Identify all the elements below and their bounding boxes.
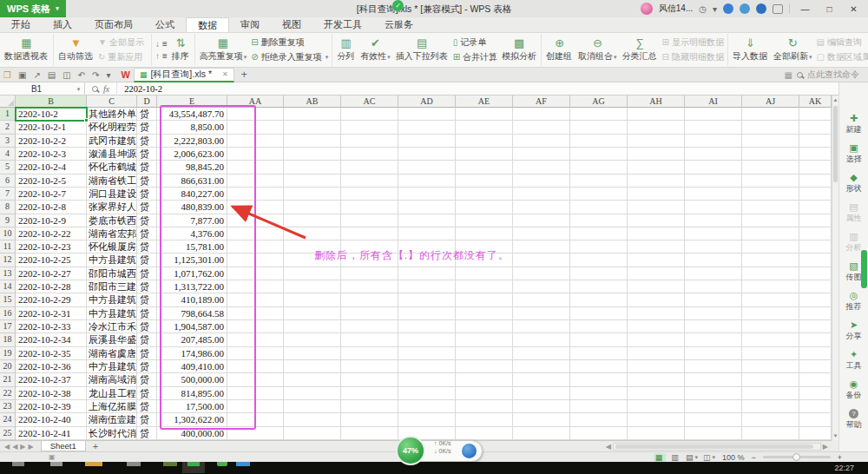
cell-empty[interactable] <box>456 148 513 161</box>
cell-empty[interactable] <box>513 413 570 426</box>
cell-empty[interactable] <box>284 108 341 121</box>
taskbar-app-icon[interactable] <box>217 462 227 466</box>
cell-empty[interactable] <box>570 161 628 174</box>
cell-empty[interactable] <box>628 400 685 413</box>
cell-empty[interactable] <box>685 201 742 214</box>
quick-access-icon[interactable]: ◫ <box>62 70 70 80</box>
cell-empty[interactable] <box>284 373 341 386</box>
cell-empty[interactable] <box>398 280 456 293</box>
zoom-in-button[interactable]: + <box>838 453 842 462</box>
row-header[interactable]: 9 <box>0 214 16 227</box>
cell-empty[interactable] <box>398 201 456 214</box>
cell-b[interactable]: 2202-10-2-33 <box>16 320 87 333</box>
cell-empty[interactable] <box>570 427 628 440</box>
cell-empty[interactable] <box>685 121 742 134</box>
cell-d[interactable]: 贷 <box>137 267 157 280</box>
ribbon-button[interactable]: ↻全部刷新▾ <box>771 37 815 63</box>
cell-empty[interactable] <box>513 148 570 161</box>
cell-c[interactable]: 冷水江市禾青 <box>87 320 137 333</box>
view-mode-icon[interactable]: ▦ <box>654 453 667 462</box>
cell-empty[interactable] <box>685 161 742 174</box>
cell-empty[interactable] <box>456 293 513 306</box>
cell-empty[interactable] <box>685 413 742 426</box>
cell-empty[interactable] <box>799 387 832 400</box>
cell-empty[interactable] <box>570 174 628 188</box>
cell-empty[interactable] <box>742 253 799 267</box>
sheet-tab-sheet1[interactable]: Sheet1 <box>41 441 86 451</box>
cell-b[interactable]: 2202-10-2-25 <box>16 253 87 267</box>
cell-empty[interactable] <box>685 108 742 121</box>
column-header[interactable]: AG <box>570 95 628 108</box>
name-box[interactable]: B1 <box>0 84 73 94</box>
cell-empty[interactable] <box>341 413 398 426</box>
zoom-slider[interactable] <box>763 456 831 458</box>
cell-b[interactable]: 2202-10-2-7 <box>16 188 87 201</box>
cell-empty[interactable] <box>341 333 398 346</box>
cell-empty[interactable] <box>628 307 685 320</box>
close-button[interactable]: ✕ <box>845 4 863 14</box>
ribbon-button[interactable]: ⇅排序 <box>169 37 193 63</box>
cell-b[interactable]: 2202-10-2-9 <box>16 214 87 227</box>
row-header[interactable]: 13 <box>0 267 16 280</box>
cell-empty[interactable] <box>513 135 570 148</box>
cell-c[interactable]: 邵阳市三建筑 <box>87 280 137 293</box>
ribbon-small-button[interactable]: ⊞合并计算 <box>453 51 497 63</box>
cell-empty[interactable] <box>570 387 628 400</box>
cell-empty[interactable] <box>456 201 513 214</box>
cell-empty[interactable] <box>398 214 456 227</box>
cell-empty[interactable] <box>570 135 628 148</box>
cell-empty[interactable] <box>456 161 513 174</box>
cell-d[interactable]: 贷 <box>137 360 157 373</box>
cell-empty[interactable] <box>685 400 742 413</box>
cell-empty[interactable] <box>513 333 570 346</box>
horizontal-scroll-thumb[interactable] <box>615 444 813 449</box>
cell-d[interactable]: 贷 <box>137 293 157 306</box>
cell-empty[interactable] <box>513 201 570 214</box>
panel-pull-tab[interactable] <box>861 250 867 288</box>
cell-empty[interactable] <box>799 188 832 201</box>
scroll-right-icon[interactable]: ▶ <box>823 443 828 451</box>
row-header[interactable]: 12 <box>0 253 16 267</box>
cell-empty[interactable] <box>628 135 685 148</box>
cell-empty[interactable] <box>570 307 628 320</box>
quick-access-icon[interactable]: ▤ <box>48 70 56 80</box>
sort-icon-button[interactable]: ↑≡ <box>155 51 168 61</box>
menu-tab[interactable]: 公式 <box>144 17 186 32</box>
scroll-up-icon[interactable]: ▲ <box>832 95 838 104</box>
cell-empty[interactable] <box>742 360 799 373</box>
ribbon-button[interactable]: ▩模拟分析 <box>499 37 539 63</box>
cell-empty[interactable] <box>284 413 341 426</box>
cell-b[interactable]: 2202-10-2-28 <box>16 280 87 293</box>
ribbon-small-button[interactable]: ↻重新应用 <box>98 51 148 63</box>
cell-empty[interactable] <box>513 174 570 188</box>
cell-empty[interactable] <box>456 413 513 426</box>
cell-empty[interactable] <box>628 373 685 386</box>
quick-access-icon[interactable]: ▣ <box>18 70 26 80</box>
cell-empty[interactable] <box>284 347 341 360</box>
cell-d[interactable]: 贷 <box>137 108 157 121</box>
taskbar-app-icon[interactable] <box>127 462 141 466</box>
cell-empty[interactable] <box>685 293 742 306</box>
view-mode-icon[interactable]: ▤▾ <box>686 453 698 462</box>
sidebar-item[interactable]: ▤ 属性 <box>839 198 868 227</box>
quick-access-icon[interactable]: ↷ <box>92 70 99 80</box>
magnifier-icon[interactable] <box>92 86 98 92</box>
ribbon-button[interactable]: ∑分类汇总 <box>620 37 661 63</box>
cell-empty[interactable] <box>570 108 628 121</box>
cell-empty[interactable] <box>513 121 570 134</box>
cell-empty[interactable] <box>685 148 742 161</box>
vertical-scrollbar[interactable]: ▲ ▼ <box>832 95 838 440</box>
cell-empty[interactable] <box>284 174 341 188</box>
sidebar-item[interactable]: ? 帮助 <box>839 405 868 434</box>
cell-empty[interactable] <box>799 135 832 148</box>
cell-empty[interactable] <box>284 307 341 320</box>
cell-empty[interactable] <box>799 293 832 306</box>
cell-empty[interactable] <box>628 148 685 161</box>
user-name[interactable]: 风信14... <box>659 3 693 15</box>
cell-c[interactable]: 湖南高域消防 <box>87 373 137 386</box>
cell-empty[interactable] <box>341 400 398 413</box>
cell-empty[interactable] <box>456 280 513 293</box>
cell-empty[interactable] <box>398 148 456 161</box>
cell-empty[interactable] <box>799 201 832 214</box>
cell-d[interactable]: 贷 <box>137 214 157 227</box>
